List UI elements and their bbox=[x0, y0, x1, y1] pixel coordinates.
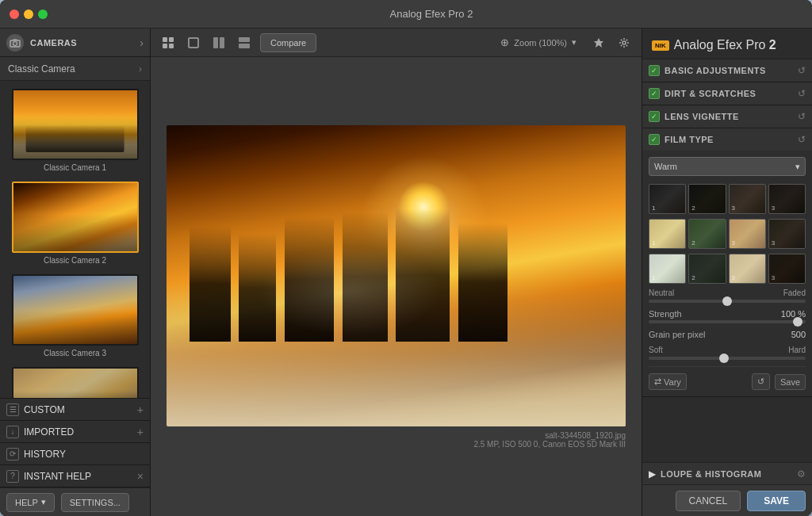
film-swatch-3-2[interactable]: 2 bbox=[688, 254, 726, 284]
soft-hard-thumb[interactable] bbox=[719, 354, 729, 363]
bottom-sections: ☰ CUSTOM + ↓ IMPORTED + ⟳ HISTORY ? INST… bbox=[0, 398, 150, 487]
imported-section[interactable]: ↓ IMPORTED + bbox=[0, 421, 150, 443]
film-swatch-1-4[interactable]: 3 bbox=[768, 184, 806, 214]
camera-item-2[interactable]: Classic Camera 2 bbox=[0, 177, 150, 269]
soft-hard-track[interactable] bbox=[649, 357, 806, 360]
svg-rect-6 bbox=[189, 38, 198, 48]
vary-label: Vary bbox=[664, 377, 681, 387]
film-swatch-1-1[interactable]: 1 bbox=[649, 184, 686, 214]
swatch-num: 3 bbox=[772, 274, 775, 281]
film-type-section: ✓ FILM TYPE ↺ Warm ▾ 1 bbox=[642, 128, 812, 397]
film-swatch-2-1[interactable]: 1 bbox=[649, 219, 686, 249]
settings-gear-icon[interactable] bbox=[615, 33, 634, 52]
neutral-faded-track[interactable] bbox=[649, 300, 806, 303]
help-chevron-icon: ▾ bbox=[41, 497, 46, 507]
minimize-button[interactable] bbox=[24, 10, 33, 19]
svg-rect-10 bbox=[239, 44, 250, 48]
lens-vignette-reset-icon[interactable]: ↺ bbox=[798, 111, 806, 122]
cameras-expand-icon[interactable]: › bbox=[140, 36, 144, 49]
basic-adjustments-header[interactable]: ✓ BASIC ADJUSTMENTS ↺ bbox=[642, 59, 812, 82]
save-button[interactable]: SAVE bbox=[747, 491, 806, 511]
film-swatch-2-2[interactable]: 2 bbox=[688, 219, 726, 249]
compare-label: Compare bbox=[270, 38, 306, 48]
help-label: HELP bbox=[15, 498, 38, 507]
single-view-icon[interactable] bbox=[184, 33, 203, 52]
settings-button[interactable]: SETTINGS... bbox=[61, 493, 129, 512]
lens-vignette-section: ✓ LENS VIGNETTE ↺ bbox=[642, 105, 812, 128]
camera-item-3[interactable]: Classic Camera 3 bbox=[0, 269, 150, 362]
dirt-scratches-reset-icon[interactable]: ↺ bbox=[798, 88, 806, 99]
film-swatch-2-4[interactable]: 3 bbox=[768, 219, 806, 249]
film-type-checkbox[interactable]: ✓ bbox=[649, 134, 660, 145]
layout-grid-icon[interactable] bbox=[159, 33, 178, 52]
brand-badge: NIK bbox=[652, 40, 669, 51]
film-swatch-1-2[interactable]: 2 bbox=[688, 184, 726, 214]
loupe-histogram-section[interactable]: ▶ LOUPE & HISTOGRAM ⚙ bbox=[642, 462, 812, 484]
instant-help-section[interactable]: ? INSTANT HELP × bbox=[0, 465, 150, 487]
neutral-faded-thumb[interactable] bbox=[722, 296, 732, 306]
vary-button[interactable]: ⇄ Vary bbox=[649, 373, 687, 390]
maximize-button[interactable] bbox=[38, 10, 48, 19]
lens-vignette-checkbox[interactable]: ✓ bbox=[649, 111, 660, 122]
history-section[interactable]: ⟳ HISTORY bbox=[0, 443, 150, 465]
close-button[interactable] bbox=[10, 10, 19, 19]
custom-section[interactable]: ☰ CUSTOM + bbox=[0, 399, 150, 421]
film-swatches-row-1: 1 2 3 3 bbox=[649, 184, 806, 214]
cameras-label: CAMERAS bbox=[30, 38, 133, 48]
split-view-2-icon[interactable] bbox=[235, 33, 254, 52]
lens-vignette-header[interactable]: ✓ LENS VIGNETTE ↺ bbox=[642, 105, 812, 128]
film-swatch-3-4[interactable]: 3 bbox=[768, 254, 806, 284]
cameras-header[interactable]: CAMERAS › bbox=[0, 29, 150, 57]
pin-icon[interactable] bbox=[589, 33, 608, 52]
film-swatch-3-3[interactable]: 3 bbox=[729, 254, 766, 284]
dirt-scratches-checkbox[interactable]: ✓ bbox=[649, 88, 660, 99]
soft-hard-labels: Soft Hard bbox=[649, 346, 806, 354]
film-type-dropdown-row: Warm ▾ bbox=[649, 157, 806, 176]
film-swatch-1-3[interactable]: 3 bbox=[729, 184, 766, 214]
cancel-button[interactable]: CANCEL bbox=[676, 491, 741, 511]
camera-thumb-wrap-1 bbox=[12, 89, 139, 160]
basic-adjustments-reset-icon[interactable]: ↺ bbox=[798, 65, 806, 76]
film-type-reset-icon[interactable]: ↺ bbox=[798, 134, 806, 145]
strength-label: Strength bbox=[649, 309, 682, 319]
basic-adjustments-checkbox[interactable]: ✓ bbox=[649, 65, 660, 76]
history-icon: ⟳ bbox=[6, 448, 19, 461]
imported-add-icon[interactable]: + bbox=[137, 426, 144, 438]
split-view-icon[interactable] bbox=[209, 33, 228, 52]
film-swatch-2-3[interactable]: 3 bbox=[729, 219, 766, 249]
film-type-value: Warm bbox=[654, 162, 677, 171]
svg-rect-2 bbox=[163, 37, 167, 42]
right-panel-footer: CANCEL SAVE bbox=[642, 484, 812, 516]
save-preset-button[interactable]: Save bbox=[775, 374, 806, 390]
swatch-num: 1 bbox=[652, 274, 655, 281]
instant-help-icon: ? bbox=[6, 470, 19, 483]
film-type-header[interactable]: ✓ FILM TYPE ↺ bbox=[642, 128, 812, 151]
svg-rect-7 bbox=[213, 37, 218, 48]
strength-track[interactable] bbox=[649, 320, 806, 323]
compare-button[interactable]: Compare bbox=[260, 33, 316, 52]
classic-camera-label: Classic Camera bbox=[8, 63, 139, 75]
reset-button[interactable]: ↺ bbox=[752, 373, 770, 390]
film-swatch-3-1[interactable]: 1 bbox=[649, 254, 686, 284]
film-type-chevron-icon: ▾ bbox=[795, 162, 800, 172]
dirt-scratches-header[interactable]: ✓ DIRT & SCRATCHES ↺ bbox=[642, 82, 812, 105]
camera-item-4[interactable]: Classic Camera 4 bbox=[0, 362, 150, 398]
zoom-icon: ⊕ bbox=[500, 36, 509, 48]
strength-thumb[interactable] bbox=[793, 317, 802, 327]
loupe-settings-icon[interactable]: ⚙ bbox=[797, 468, 806, 480]
hard-label: Hard bbox=[788, 346, 806, 354]
grain-row: Grain per pixel 500 bbox=[649, 330, 806, 339]
app-title: Analog Efex Pro 2 bbox=[60, 8, 802, 20]
help-button[interactable]: HELP ▾ bbox=[6, 493, 55, 512]
film-type-content: Warm ▾ 1 2 3 bbox=[642, 151, 812, 396]
swatch-num: 3 bbox=[732, 274, 735, 281]
custom-add-icon[interactable]: + bbox=[137, 403, 144, 416]
camera-item-1[interactable]: Classic Camera 1 bbox=[0, 84, 150, 177]
right-panel: NIK Analog Efex Pro 2 ✓ BASIC ADJUSTMENT… bbox=[642, 29, 812, 516]
instant-help-collapse-icon[interactable]: × bbox=[137, 470, 144, 483]
custom-label: CUSTOM bbox=[24, 404, 65, 415]
classic-camera-section-header[interactable]: Classic Camera › bbox=[0, 57, 150, 81]
film-type-select[interactable]: Warm ▾ bbox=[649, 157, 806, 176]
film-swatches-row-2: 1 2 3 3 bbox=[649, 219, 806, 249]
camera-thumb-wrap-2 bbox=[12, 182, 139, 253]
